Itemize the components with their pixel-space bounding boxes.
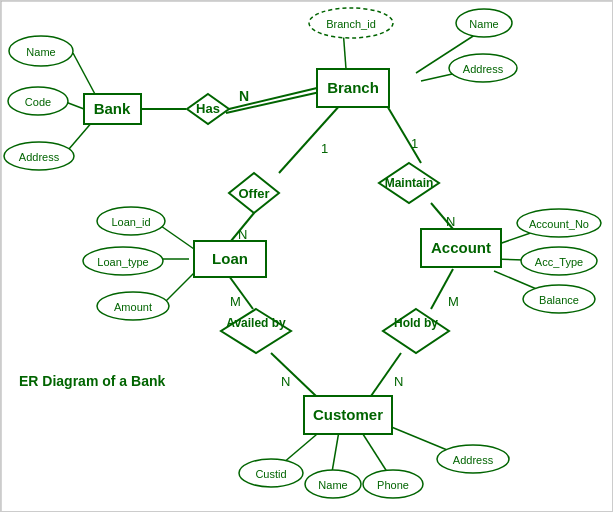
attr-branch-id: Branch_id (326, 18, 376, 30)
attr-balance: Balance (539, 294, 579, 306)
er-diagram-canvas: N 1 1 N N M M N N (0, 0, 613, 512)
svg-text:1: 1 (321, 141, 328, 156)
entity-account-label: Account (431, 239, 491, 256)
rel-offer-label: Offer (238, 186, 269, 201)
entity-customer-label: Customer (313, 406, 383, 423)
attr-custid: Custid (255, 468, 286, 480)
attr-loan-id: Loan_id (111, 216, 150, 228)
attr-acc-type: Acc_Type (535, 256, 583, 268)
entity-branch-label: Branch (327, 79, 379, 96)
svg-text:N: N (239, 88, 249, 104)
attr-bank-name: Name (26, 46, 55, 58)
attr-branch-address: Address (463, 63, 504, 75)
attr-cust-address: Address (453, 454, 494, 466)
attr-loan-type: Loan_type (97, 256, 148, 268)
rel-has-label: Has (196, 101, 220, 116)
attr-bank-code: Code (25, 96, 51, 108)
attr-phone: Phone (377, 479, 409, 491)
rel-availed-label: Availed by (226, 316, 286, 330)
entity-loan-label: Loan (212, 250, 248, 267)
attr-amount: Amount (114, 301, 152, 313)
svg-text:N: N (238, 227, 247, 242)
rel-maintain-label: Maintain (385, 176, 434, 190)
svg-text:M: M (230, 294, 241, 309)
attr-bank-address: Address (19, 151, 60, 163)
attr-branch-name: Name (469, 18, 498, 30)
svg-text:N: N (281, 374, 290, 389)
er-diagram-svg: N 1 1 N N M M N N (1, 1, 612, 511)
svg-text:1: 1 (411, 136, 418, 151)
attr-cust-name: Name (318, 479, 347, 491)
diagram-title: ER Diagram of a Bank (19, 373, 165, 389)
svg-text:M: M (448, 294, 459, 309)
svg-text:N: N (394, 374, 403, 389)
svg-text:N: N (446, 214, 455, 229)
entity-bank-label: Bank (94, 100, 131, 117)
rel-holdby-label: Hold by (394, 316, 438, 330)
attr-account-no: Account_No (529, 218, 589, 230)
